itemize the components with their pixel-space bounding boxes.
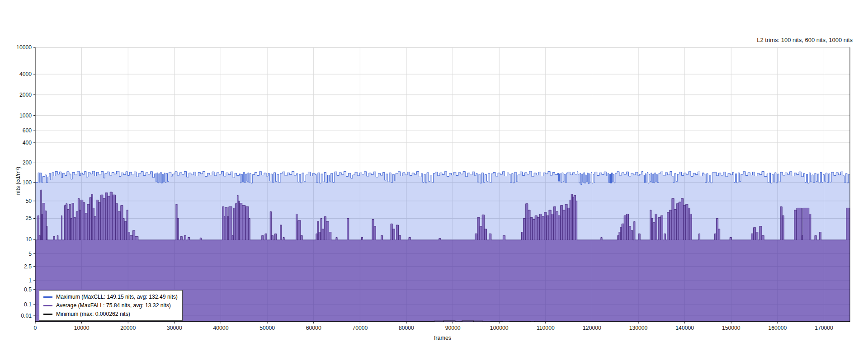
- x-tick-label: 160000: [769, 325, 787, 331]
- y-tick-label: 1000: [19, 113, 32, 119]
- x-axis-label: frames: [434, 335, 451, 341]
- x-tick-label: 80000: [399, 325, 414, 331]
- minimum-line-swatch: [43, 314, 52, 315]
- x-tick-label: 70000: [352, 325, 368, 331]
- y-tick-label: 10: [25, 236, 32, 243]
- x-tick-label: 90000: [445, 325, 461, 331]
- luminance-chart: 0100002000030000400005000060000700008000…: [0, 0, 868, 347]
- y-tick-label: 0.1: [24, 301, 32, 308]
- x-tick-label: 20000: [120, 325, 136, 331]
- y-tick-label: 600: [23, 127, 32, 134]
- legend-item-minimum: Minimum (max: 0.000262 nits): [43, 310, 178, 318]
- l2-trims-annotation: L2 trims: 100 nits, 600 nits, 1000 nits: [757, 37, 853, 43]
- x-tick-label: 170000: [815, 325, 833, 331]
- y-tick-label: 25: [25, 215, 32, 221]
- x-tick-label: 150000: [722, 325, 741, 331]
- y-tick-label: 5: [28, 251, 32, 257]
- y-tick-label: 4000: [19, 71, 32, 77]
- x-tick-label: 60000: [306, 325, 321, 331]
- x-tick-label: 40000: [213, 325, 229, 331]
- x-tick-label: 130000: [629, 325, 648, 331]
- legend-item-maximum: Maximum (MaxCLL: 149.15 nits, avg: 132.4…: [43, 293, 178, 300]
- y-tick-label: 10000: [16, 44, 32, 51]
- y-tick-label: 100: [23, 179, 32, 186]
- y-tick-label: 0.01: [21, 313, 32, 319]
- x-tick-label: 120000: [583, 325, 601, 331]
- y-tick-label: 1: [28, 277, 32, 284]
- legend-label-maximum: Maximum (MaxCLL: 149.15 nits, avg: 132.4…: [56, 293, 178, 300]
- y-tick-label: 50: [25, 198, 32, 204]
- legend-item-average: Average (MaxFALL: 75.84 nits, avg: 13.32…: [43, 302, 178, 309]
- legend: Maximum (MaxCLL: 149.15 nits, avg: 132.4…: [39, 290, 183, 321]
- x-tick-label: 10000: [74, 325, 90, 331]
- y-tick-label: 200: [23, 159, 32, 166]
- y-tick-label: 2000: [19, 92, 32, 98]
- y-tick-label: 2.5: [24, 263, 32, 270]
- y-axis-label: nits (cd/m²): [15, 167, 21, 195]
- x-tick-label: 0: [34, 325, 37, 331]
- x-tick-label: 110000: [537, 325, 555, 331]
- maximum-line-swatch: [43, 296, 52, 298]
- x-tick-label: 100000: [490, 325, 509, 331]
- y-tick-label: 400: [23, 140, 32, 146]
- average-line-swatch: [43, 305, 52, 306]
- legend-label-minimum: Minimum (max: 0.000262 nits): [56, 310, 130, 318]
- y-tick-label: 0.5: [24, 286, 32, 293]
- legend-label-average: Average (MaxFALL: 75.84 nits, avg: 13.32…: [56, 302, 171, 309]
- x-tick-label: 140000: [675, 325, 694, 331]
- x-tick-label: 30000: [167, 325, 182, 331]
- x-tick-label: 50000: [259, 325, 275, 331]
